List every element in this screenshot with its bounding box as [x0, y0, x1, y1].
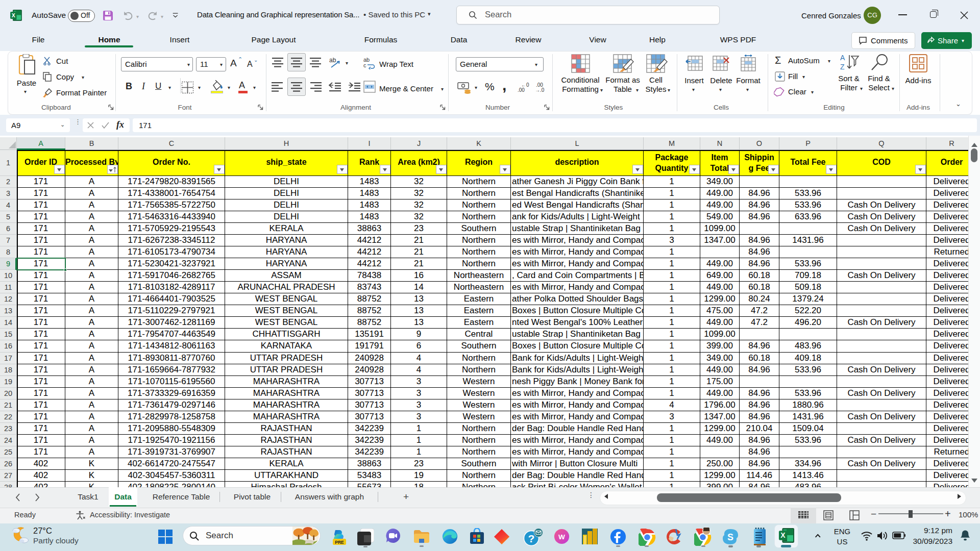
svg-text:→.0: →.0	[535, 87, 545, 93]
svg-text:A: A	[840, 54, 845, 62]
svg-text:S: S	[727, 532, 733, 542]
svg-text:?: ?	[528, 533, 535, 544]
svg-text:.00: .00	[518, 87, 525, 93]
svg-text:W: W	[558, 533, 565, 541]
svg-text:X: X	[12, 12, 15, 18]
svg-text:ab: ab	[329, 57, 336, 64]
svg-text:c: c	[363, 62, 366, 68]
svg-text:X: X	[780, 531, 786, 539]
svg-text:Z: Z	[840, 63, 845, 71]
